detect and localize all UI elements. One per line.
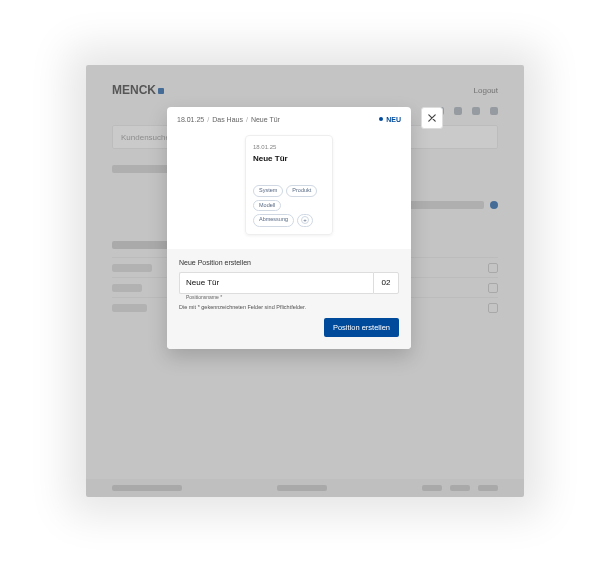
preview-title: Neue Tür	[253, 154, 325, 163]
new-badge: NEU	[379, 116, 401, 123]
tag-pill[interactable]: Produkt	[286, 185, 317, 197]
app-stage: MENCK Logout Kundensuche	[86, 65, 524, 497]
create-position-button[interactable]: Position erstellen	[324, 318, 399, 337]
breadcrumb-item[interactable]: Das Haus	[212, 116, 243, 123]
breadcrumb-item[interactable]: 18.01.25	[177, 116, 204, 123]
create-position-modal: 18.01.25 / Das Haus / Neue Tür NEU 18.01…	[167, 107, 411, 349]
plus-icon: +	[301, 216, 309, 224]
breadcrumb-item: Neue Tür	[251, 116, 280, 123]
tag-pill[interactable]: Abmessung	[253, 214, 294, 227]
required-hint: Die mit * gekennzeichneten Felder sind P…	[179, 304, 399, 310]
add-tag-button[interactable]: +	[297, 214, 313, 227]
form-heading: Neue Position erstellen	[179, 259, 399, 266]
create-position-form: Neue Position erstellen Neue Tür Positio…	[167, 249, 411, 349]
close-icon	[428, 114, 436, 122]
position-number-field[interactable]: 02	[373, 272, 399, 294]
position-number-value: 02	[382, 278, 391, 287]
dot-icon	[379, 117, 383, 121]
position-name-field[interactable]: Neue Tür Positionsname *	[179, 272, 373, 294]
breadcrumb: 18.01.25 / Das Haus / Neue Tür	[177, 116, 280, 123]
preview-date: 18.01.25	[253, 144, 325, 150]
position-name-value: Neue Tür	[186, 278, 219, 287]
position-preview-card: 18.01.25 Neue Tür System Produkt Modell …	[245, 135, 333, 235]
tag-pill[interactable]: Modell	[253, 200, 281, 212]
position-name-label: Positionsname *	[186, 294, 222, 300]
close-button[interactable]	[421, 107, 443, 129]
tag-pill[interactable]: System	[253, 185, 283, 197]
